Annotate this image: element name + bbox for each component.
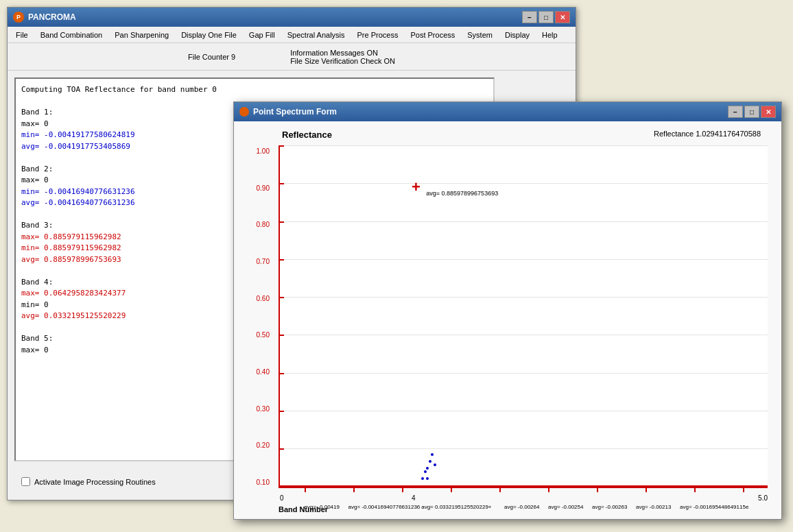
menu-pan-sharpening[interactable]: Pan Sharpening <box>109 29 174 40</box>
xtick-4 <box>499 487 501 492</box>
xtick-2 <box>402 487 403 492</box>
red-cross-marker: + <box>412 180 421 195</box>
menu-display[interactable]: Display <box>499 29 535 40</box>
y-label-2: 0.90 <box>257 184 270 192</box>
info-messages: Information Messages ON <box>290 49 378 57</box>
menu-pre-process[interactable]: Pre Process <box>352 29 404 40</box>
checkbox-area: Activate Image Processing Routines <box>21 477 156 486</box>
grid-line-h-2 <box>280 183 768 184</box>
spectrum-window: Point Spectrum Form − □ ✕ Reflectance Re… <box>233 101 782 520</box>
menu-help[interactable]: Help <box>536 29 563 40</box>
app-icon: P <box>13 12 24 23</box>
menu-gap-fill[interactable]: Gap Fill <box>244 29 281 40</box>
chart-plot-area: + avg= 0.885978996753693 0 4 <box>279 145 768 488</box>
main-title-bar: P PANCROMA − □ ✕ <box>8 8 576 27</box>
grid-line-h-6 <box>280 335 768 335</box>
status-bar: File Counter 9 Information Messages ON F… <box>8 43 576 71</box>
xavg-label-7: avg= -0.00213 <box>636 504 671 510</box>
ytick-3 <box>280 221 284 223</box>
blue-dot-1 <box>421 477 424 480</box>
status-right: Information Messages ON File Size Verifi… <box>290 49 395 65</box>
menu-post-process[interactable]: Post Process <box>405 29 460 40</box>
log-line-computing: Computing TOA Reflectance for band numbe… <box>21 84 488 96</box>
ytick-2 <box>280 183 284 184</box>
y-label-10: 0.10 <box>257 479 270 486</box>
y-label-9: 0.20 <box>257 442 270 449</box>
xtick-6 <box>597 487 598 492</box>
title-bar-controls: − □ ✕ <box>522 11 570 23</box>
spectrum-maximize-button[interactable]: □ <box>744 106 759 118</box>
ytick-7 <box>280 373 284 374</box>
x-band-0: 0 <box>280 494 284 502</box>
blue-dot-7 <box>434 463 436 466</box>
y-label-3: 0.80 <box>257 221 270 228</box>
xavg-label-1: avg= -0.00416940776631236 <box>348 504 421 510</box>
spectrum-window-title: Point Spectrum Form <box>253 107 337 117</box>
menu-file[interactable]: File <box>10 29 34 40</box>
menu-band-combination[interactable]: Band Combination <box>35 29 108 40</box>
x-band-3: 4 <box>412 494 416 502</box>
blue-dot-6 <box>431 453 434 456</box>
menu-display-one-file[interactable]: Display One File <box>176 29 242 40</box>
spectrum-close-button[interactable]: ✕ <box>761 106 776 118</box>
chart-reflectance-value: Reflectance 1.02941176470588 <box>654 130 761 138</box>
xtick-1 <box>353 487 355 492</box>
main-window-title: PANCROMA <box>28 12 76 22</box>
maximize-button[interactable]: □ <box>538 11 554 23</box>
chart-area: Reflectance Reflectance 1.02941176470588… <box>234 121 781 519</box>
x-band-5: 5.0 <box>758 494 768 502</box>
xtick-7 <box>646 487 647 492</box>
ytick-8 <box>280 411 284 412</box>
xtick-3 <box>451 487 452 492</box>
xtick-9 <box>743 487 744 492</box>
spectrum-title-bar: Point Spectrum Form − □ ✕ <box>234 102 781 121</box>
avg-label-band3: avg= 0.885978996753693 <box>426 190 498 197</box>
grid-line-h-7 <box>280 373 768 374</box>
grid-line-h-3 <box>280 221 768 222</box>
grid-line-h-5 <box>280 297 768 298</box>
ytick-9 <box>280 448 284 450</box>
xavg-label-5: avg= -0.00254 <box>548 504 583 510</box>
ytick-4 <box>280 259 284 261</box>
xavg-label-3: avg= 0.0332195125520229+ <box>421 504 491 510</box>
blue-dot-2 <box>424 470 427 473</box>
grid-line-h-1 <box>280 145 768 146</box>
spectrum-minimize-button[interactable]: − <box>728 106 743 118</box>
y-label-5: 0.60 <box>257 295 270 302</box>
y-label-8: 0.30 <box>257 405 270 413</box>
y-label-1: 1.00 <box>257 147 270 155</box>
close-button[interactable]: ✕ <box>555 11 570 23</box>
ytick-6 <box>280 335 284 336</box>
blue-dot-3 <box>426 477 429 480</box>
xavg-label-6: avg= -0.00263 <box>592 504 627 510</box>
xavg-label-4: avg= -0.00264 <box>504 504 539 510</box>
blue-dot-5 <box>429 460 431 463</box>
y-label-7: 0.40 <box>257 368 270 376</box>
xavg-label-8: avg= -0.001695448649115e <box>680 504 748 510</box>
spectrum-title-controls: − □ ✕ <box>728 106 776 118</box>
spectrum-app-icon <box>239 107 249 117</box>
activate-processing-checkbox[interactable] <box>21 477 30 486</box>
grid-line-h-4 <box>280 259 768 260</box>
y-label-4: 0.70 <box>257 258 270 265</box>
ytick-1 <box>280 145 284 147</box>
y-label-6: 0.50 <box>257 331 270 339</box>
xtick-8 <box>694 487 696 492</box>
y-axis-labels: 1.00 0.90 0.80 0.70 0.60 0.50 0.40 0.30 … <box>241 147 270 486</box>
file-size-check: File Size Verification Check ON <box>290 57 395 65</box>
ytick-5 <box>280 297 284 298</box>
file-counter: File Counter 9 <box>188 53 235 61</box>
blue-dot-4 <box>426 467 429 470</box>
menu-spectral-analysis[interactable]: Spectral Analysis <box>282 29 351 40</box>
band-number-axis-label: Band Number <box>279 505 328 513</box>
menu-system[interactable]: System <box>462 29 498 40</box>
chart-reflectance-label: Reflectance <box>282 130 332 140</box>
xtick-5 <box>548 487 549 492</box>
activate-processing-label: Activate Image Processing Routines <box>34 478 156 486</box>
minimize-button[interactable]: − <box>522 11 537 23</box>
grid-line-h-8 <box>280 411 768 411</box>
grid-line-h-9 <box>280 448 768 449</box>
menu-bar: File Band Combination Pan Sharpening Dis… <box>8 27 576 43</box>
xtick-0 <box>305 487 306 492</box>
